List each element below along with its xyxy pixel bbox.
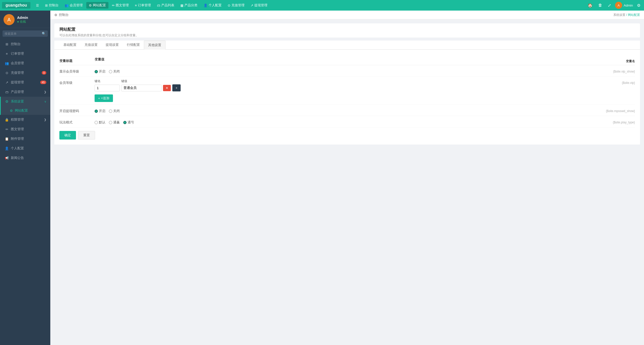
kv-add-button[interactable]: + +追加 bbox=[95, 94, 113, 102]
sidebar-item-order[interactable]: ≡ 订单管理 bbox=[0, 49, 50, 58]
sidebar-item-attachment[interactable]: 📋 附件管理 bbox=[0, 134, 50, 144]
form-row-vip-level: 会员等级 键名 键值 ✕ ＋ bbox=[59, 77, 635, 105]
fullscreen-icon[interactable]: ⤢ bbox=[606, 3, 613, 8]
page-card: 网站配置 可以在此增改系统的变量和分组,也可以自定义分组和变量。 基础配置 充值… bbox=[54, 23, 640, 145]
sidebar-item-withdrawal[interactable]: ↗ 提现管理 45 bbox=[0, 78, 50, 87]
radio-play-win[interactable]: 通赢 bbox=[109, 120, 120, 125]
sidebar-item-recharge[interactable]: ⊙ 充值管理 0 bbox=[0, 68, 50, 78]
sidebar-item-news[interactable]: 📢 新闻公告 bbox=[0, 153, 50, 163]
topnav-recharge[interactable]: ⊙ 充值管理 bbox=[225, 2, 247, 9]
value-play-type: 默认 通赢 通亏 bbox=[95, 119, 572, 125]
radio-vip-show-on[interactable]: 开启 bbox=[95, 69, 105, 74]
form-header-row: 变量标题 变量值 变量名 bbox=[59, 55, 635, 65]
value-vip-show: 开启 关闭 bbox=[95, 68, 572, 74]
sidebar-item-dashboard[interactable]: ⊞ 控制台 bbox=[0, 39, 50, 49]
sidebar-item-member[interactable]: 👥 会员管理 bbox=[0, 58, 50, 68]
topnav-member-mgmt[interactable]: 👥 会员管理 bbox=[62, 2, 85, 9]
sidebar-menu: ⊞ 控制台 ≡ 订单管理 👥 会员管理 ⊙ 充值管理 0 ↗ 提现管理 45 bbox=[0, 39, 50, 345]
kv-input-val-1[interactable] bbox=[121, 85, 162, 91]
kv-row-1: ✕ ＋ bbox=[95, 84, 572, 91]
sidebar-label-attachment: 附件管理 bbox=[11, 136, 24, 141]
topnav-product-category[interactable]: ▦ 产品分类 bbox=[178, 2, 200, 9]
sidebar-label-imgtext: 图文管理 bbox=[11, 127, 24, 131]
product-list-icon: 🗃 bbox=[157, 4, 160, 7]
topnav-dashboard[interactable]: ⊞ 控制台 bbox=[43, 2, 61, 9]
varname-vip: {$site.vip} bbox=[572, 79, 635, 85]
access-chevron-icon: ❯ bbox=[44, 118, 46, 121]
sidebar-item-product[interactable]: 🗃 产品管理 ❯ bbox=[0, 87, 50, 97]
confirm-button[interactable]: 确定 bbox=[59, 131, 76, 140]
topnav-personal-config[interactable]: 👤 个人配置 bbox=[201, 2, 224, 9]
breadcrumb-system-settings[interactable]: 系统设置 bbox=[613, 13, 625, 17]
sidebar-item-imgtext[interactable]: ✏ 图文管理 bbox=[0, 124, 50, 134]
kv-input-key-1[interactable] bbox=[95, 85, 120, 91]
tab-market[interactable]: 行情配置 bbox=[123, 41, 144, 50]
main-layout: A Admin 在线 🔍 ⊞ 控制台 ≡ 订单管理 👥 会员管理 bbox=[0, 11, 644, 345]
sidebar-status: 在线 bbox=[17, 20, 28, 24]
radio-vip-show-off[interactable]: 关闭 bbox=[109, 69, 120, 74]
tab-basic[interactable]: 基础配置 bbox=[59, 41, 80, 50]
value-vip-level: 键名 键值 ✕ ＋ + +追加 bbox=[95, 79, 572, 102]
topnav-image-text[interactable]: ✏ 图文管理 bbox=[109, 2, 131, 9]
kv-plus-button-1[interactable]: ＋ bbox=[172, 84, 181, 91]
plus-icon: + bbox=[98, 96, 100, 100]
topnav-order-mgmt[interactable]: ≡ 订单管理 bbox=[132, 2, 153, 9]
recharge-badge: 0 bbox=[42, 71, 46, 75]
sidebar-item-access[interactable]: 🔒 权限管理 ❯ bbox=[0, 115, 50, 124]
kv-col-key: 键名 bbox=[95, 79, 120, 83]
home-icon[interactable]: 🏠 bbox=[586, 3, 594, 8]
form-actions: 确定 重置 bbox=[59, 127, 635, 140]
topnav-withdrawal[interactable]: ↗ 提现管理 bbox=[248, 2, 270, 9]
radio-group-mpsswd: 开启 关闭 bbox=[95, 107, 572, 113]
system-chevron-icon: ∨ bbox=[44, 100, 46, 103]
sidebar-item-system[interactable]: ⚙ 系统设置 ∨ bbox=[0, 97, 50, 106]
reset-button[interactable]: 重置 bbox=[78, 131, 95, 140]
site-config-sidebar-icon: ⚙ bbox=[10, 109, 13, 113]
sidebar-search-input[interactable] bbox=[5, 32, 40, 36]
settings-top-icon[interactable]: ⚙ bbox=[635, 3, 642, 8]
tab-withdrawal[interactable]: 提现设置 bbox=[102, 41, 123, 50]
col-header-label: 变量标题 bbox=[59, 57, 95, 63]
image-text-icon: ✏ bbox=[112, 4, 115, 7]
sidebar-label-dashboard: 控制台 bbox=[11, 42, 21, 46]
tab-other[interactable]: 其他设置 bbox=[144, 41, 166, 50]
col-header-value: 变量值 bbox=[95, 57, 572, 62]
varname-mpsswd: {$site.mpsswd_show} bbox=[572, 107, 635, 113]
topnav-site-config[interactable]: ⚙ 网站配置 bbox=[86, 2, 108, 9]
personal-sidebar-icon: 👤 bbox=[5, 147, 9, 150]
sidebar-user-info: Admin 在线 bbox=[17, 16, 28, 24]
radio-play-default[interactable]: 默认 bbox=[95, 120, 105, 125]
sidebar-label-withdrawal: 提现管理 bbox=[11, 80, 24, 85]
delete-icon[interactable]: 🗑 bbox=[597, 3, 604, 8]
label-vip-show: 显示会员等级 bbox=[59, 68, 95, 74]
form-row-play-type: 玩法模式 默认 通赢 通亏 bbox=[59, 116, 635, 127]
varname-vip-show: {$site.vip_show} bbox=[572, 68, 635, 73]
page-content-area: 网站配置 可以在此增改系统的变量和分组,也可以自定义分组和变量。 基础配置 充值… bbox=[50, 19, 644, 345]
radio-play-lose[interactable]: 通亏 bbox=[123, 120, 134, 125]
attachment-sidebar-icon: 📋 bbox=[5, 137, 9, 141]
search-icon[interactable]: 🔍 bbox=[42, 32, 46, 36]
sidebar: A Admin 在线 🔍 ⊞ 控制台 ≡ 订单管理 👥 会员管理 bbox=[0, 11, 50, 345]
radio-group-vip-show: 开启 关闭 bbox=[95, 68, 572, 74]
kv-delete-button-1[interactable]: ✕ bbox=[163, 85, 171, 91]
breadcrumb-right: 系统设置 / 网站配置 bbox=[613, 13, 640, 17]
form-row-vip-show: 显示会员等级 开启 关闭 {$site.vip_sh bbox=[59, 65, 635, 77]
sidebar-item-site-config[interactable]: ⚙ 网站配置 bbox=[0, 106, 50, 115]
system-sidebar-icon: ⚙ bbox=[5, 99, 9, 104]
topnav-product-list[interactable]: 🗃 产品列表 bbox=[154, 2, 177, 9]
radio-mpsswd-off[interactable]: 关闭 bbox=[109, 109, 120, 113]
access-sidebar-icon: 🔒 bbox=[5, 118, 9, 122]
recharge-icon: ⊙ bbox=[228, 4, 230, 7]
news-sidebar-icon: 📢 bbox=[5, 156, 9, 160]
sidebar-label-order: 订单管理 bbox=[11, 51, 24, 56]
sidebar-item-personal[interactable]: 👤 个人配置 bbox=[0, 144, 50, 153]
user-menu[interactable]: A Admin bbox=[615, 2, 633, 9]
radio-mpsswd-on[interactable]: 开启 bbox=[95, 109, 105, 113]
breadcrumb-left: ⚙ 控制台 bbox=[54, 13, 69, 17]
tab-recharge[interactable]: 充值设置 bbox=[80, 41, 102, 50]
brand-logo: guangzhou bbox=[2, 2, 30, 9]
breadcrumb-bar: ⚙ 控制台 系统设置 / 网站配置 bbox=[50, 11, 644, 19]
page-title: 网站配置 bbox=[59, 27, 635, 32]
topnav-menu-toggle[interactable]: ☰ bbox=[33, 3, 42, 8]
page-header: 网站配置 可以在此增改系统的变量和分组,也可以自定义分组和变量。 bbox=[54, 23, 640, 38]
